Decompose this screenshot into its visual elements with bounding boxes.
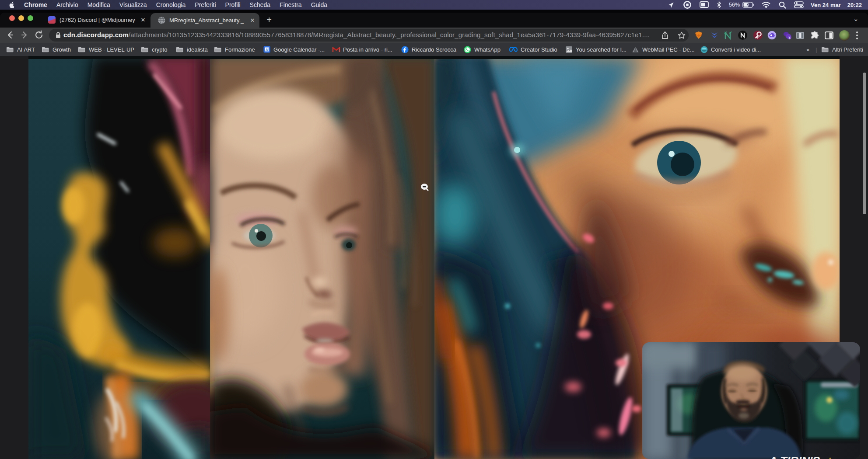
svg-text:✦: ✦ — [826, 455, 834, 459]
svg-text:s: s — [789, 36, 791, 39]
svg-text:A TIRIN'S: A TIRIN'S — [769, 454, 820, 459]
svg-text:31: 31 — [266, 48, 270, 52]
